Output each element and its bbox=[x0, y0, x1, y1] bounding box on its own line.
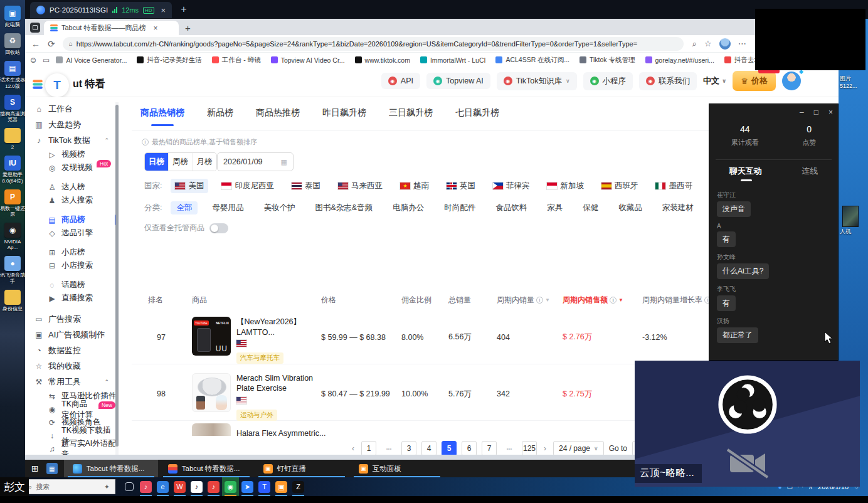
workspace-icon[interactable] bbox=[30, 23, 40, 33]
managed-goods-toggle[interactable] bbox=[209, 223, 228, 233]
zoom-icon[interactable]: ⌕ bbox=[692, 39, 697, 49]
new-tab-icon[interactable]: + bbox=[185, 23, 191, 33]
reading-list-icon[interactable]: ⊜ bbox=[30, 56, 36, 65]
tab-rank-2[interactable]: 商品热推榜 bbox=[256, 107, 300, 126]
bookmark-star-icon[interactable]: ☆ bbox=[704, 39, 712, 48]
country-chip-us[interactable]: 美国 bbox=[171, 179, 208, 193]
desktop-icon[interactable]: iU爱思助手 8.0(64位) bbox=[0, 156, 25, 183]
taskbar-app-media-app[interactable]: ♪ bbox=[137, 477, 154, 496]
tab-rank-1[interactable]: 新品榜 bbox=[207, 107, 233, 126]
sidebar-item-data-monitor[interactable]: ◔数据监控 bbox=[25, 342, 117, 358]
country-chip-es[interactable]: 西班牙 bbox=[597, 179, 643, 193]
bookmark-item[interactable]: ImmortalWrt - LuCI bbox=[420, 56, 485, 64]
bookmarks-folder-icon[interactable]: ▭ bbox=[43, 56, 50, 65]
page-button-5[interactable]: 5 bbox=[442, 441, 457, 456]
taskbar-app-capcut[interactable]: Z bbox=[290, 477, 307, 496]
close-icon[interactable]: × bbox=[828, 108, 833, 117]
sidebar-item-common-tools[interactable]: ⚒常用工具⌃ bbox=[25, 374, 117, 389]
desktop-icon[interactable]: 2 bbox=[0, 128, 25, 150]
chat-tab-0[interactable]: 聊天互动 bbox=[729, 166, 762, 177]
page-button-125[interactable]: 125 bbox=[522, 441, 537, 456]
sidebar-item-shop-search[interactable]: ⊟小店搜索 bbox=[25, 259, 117, 272]
sidebar-item-ad-search[interactable]: ▭广告搜索 bbox=[25, 311, 117, 327]
sidebar-item-goods-rank[interactable]: ▤商品榜 bbox=[25, 213, 117, 226]
desktop-icon[interactable]: P易数一键还原 bbox=[0, 189, 25, 217]
taskbar-task-ding[interactable]: ▣钉钉直播 bbox=[255, 460, 349, 477]
sidebar-item-creator-search[interactable]: ♟达人搜索 bbox=[25, 194, 117, 207]
bookmark-item[interactable]: Tiktok 专线管理 bbox=[580, 56, 635, 65]
info-icon[interactable]: i bbox=[536, 297, 543, 304]
bookmark-item[interactable]: AI Voice Generator... bbox=[56, 56, 127, 64]
sidebar-item-product-engine[interactable]: ◇选品引擎 bbox=[25, 226, 117, 240]
close-tab-icon[interactable]: × bbox=[153, 24, 157, 33]
minimize-icon[interactable]: – bbox=[800, 108, 804, 117]
sidebar-item-video-rank[interactable]: ▷视频榜 bbox=[25, 148, 117, 161]
user-avatar[interactable] bbox=[782, 71, 801, 90]
bookmark-item[interactable]: ACL4SSR 在线订阅... bbox=[495, 56, 569, 65]
sort-caret-icon[interactable]: ▼ bbox=[545, 297, 550, 303]
sidebar-item-tk-pricing[interactable]: ◉TK商品定价计算New bbox=[25, 403, 117, 416]
page-size-select[interactable]: 24 / page∨ bbox=[553, 441, 604, 456]
nav-button--[interactable]: ◉联系我们 bbox=[639, 72, 697, 90]
sidebar-item-my-favorites[interactable]: ☆我的收藏 bbox=[25, 358, 117, 374]
desktop-icon-label[interactable]: 人机 bbox=[839, 228, 868, 236]
country-chip-id[interactable]: 印度尼西亚 bbox=[217, 179, 278, 193]
product-image[interactable] bbox=[192, 373, 231, 412]
maximize-icon[interactable]: □ bbox=[814, 108, 818, 117]
pricing-button[interactable]: ♛价格 bbox=[733, 71, 776, 91]
taskbar-task-panel[interactable]: ▣互动面板 bbox=[350, 460, 444, 477]
desktop-icon-label[interactable]: 图片5122... bbox=[839, 75, 868, 90]
sidebar-item-shop-rank[interactable]: ⊞小店榜 bbox=[25, 246, 117, 259]
category-item-0[interactable]: 全部 bbox=[171, 201, 198, 214]
close-session-icon[interactable]: × bbox=[161, 6, 166, 15]
prev-page-icon[interactable]: ‹ bbox=[350, 444, 356, 453]
task-view-icon[interactable] bbox=[120, 477, 137, 496]
page-button-6[interactable]: 6 bbox=[462, 441, 477, 456]
menu-icon[interactable]: ⋯ bbox=[738, 39, 746, 48]
sidebar-scrollbar[interactable] bbox=[115, 102, 119, 457]
bookmark-item[interactable]: www.tiktok.com bbox=[355, 56, 410, 64]
next-page-icon[interactable]: › bbox=[542, 444, 548, 453]
nav-button-api[interactable]: ◉API bbox=[381, 73, 420, 89]
product-title[interactable]: Merach Slim Vibration Plate Exercise Mac… bbox=[236, 373, 319, 394]
tab-rank-5[interactable]: 七日飙升榜 bbox=[455, 107, 499, 126]
language-switch[interactable]: 中文∨ bbox=[703, 75, 726, 87]
taskbar-task-tabcut[interactable]: Tabcut 特看数据... bbox=[159, 460, 253, 477]
info-icon[interactable]: i bbox=[610, 297, 617, 304]
sidebar-item-creator-rank[interactable]: ♙达人榜 bbox=[25, 181, 117, 194]
bookmark-item[interactable]: 工作台 - 蝉镜 bbox=[212, 56, 261, 65]
taskbar-app-dingtalk-live[interactable]: ▣ bbox=[273, 477, 290, 496]
country-chip-vn[interactable]: ★越南 bbox=[396, 179, 433, 193]
tab-rank-3[interactable]: 昨日飙升榜 bbox=[322, 107, 366, 126]
category-item-3[interactable]: 图书&杂志&音频 bbox=[309, 201, 378, 214]
bookmark-item[interactable]: Topview AI Video Cr... bbox=[271, 56, 345, 64]
chat-tab-1[interactable]: 连线 bbox=[802, 166, 818, 177]
category-item-2[interactable]: 美妆个护 bbox=[258, 201, 300, 214]
sidebar-item-tiktok-data[interactable]: ♪TikTok 数据⌃ bbox=[25, 132, 117, 148]
category-item-4[interactable]: 电脑办公 bbox=[387, 201, 430, 214]
address-bar[interactable]: ⌂ https://www.tabcut.com/zh-CN/ranking/g… bbox=[63, 37, 684, 51]
product-title[interactable]: 【NewYear2026】LAMTTO... bbox=[236, 317, 319, 337]
category-item-7[interactable]: 家具 bbox=[541, 201, 568, 214]
category-item-1[interactable]: 母婴用品 bbox=[206, 201, 249, 214]
new-session-icon[interactable]: + bbox=[181, 4, 186, 15]
sort-caret-icon[interactable]: ▼ bbox=[618, 297, 623, 303]
page-button-4[interactable]: 4 bbox=[421, 441, 437, 456]
sidebar-item-topic-rank[interactable]: ◌话题榜 bbox=[25, 278, 117, 292]
taskbar-app-tabcut[interactable]: T bbox=[256, 477, 273, 496]
product-image[interactable]: YouTubeNETFLIXUU bbox=[192, 317, 231, 356]
pinned-app-icon[interactable]: ▦ bbox=[46, 463, 58, 474]
bookmark-item[interactable]: gorelay.net/#/useri... bbox=[645, 56, 714, 64]
period-tab-2[interactable]: 月榜 bbox=[193, 153, 216, 171]
page-button-7[interactable]: 7 bbox=[482, 441, 497, 456]
nav-button-topview-ai[interactable]: ◉Topview AI bbox=[426, 73, 490, 89]
country-chip-th[interactable]: 泰国 bbox=[287, 179, 325, 193]
taskbar-app-wechat[interactable]: ◉ bbox=[222, 477, 239, 496]
browser-tab[interactable]: Tabcut 特看数据——商品榜 × bbox=[44, 21, 179, 35]
sidebar-item-workbench[interactable]: ⌂工作台 bbox=[25, 101, 117, 117]
category-item-6[interactable]: 食品饮料 bbox=[490, 201, 532, 214]
taskbar-app-edge-browser[interactable]: e bbox=[154, 477, 171, 496]
remote-session-tab[interactable]: PC-20250113ISGI 12ms HD × bbox=[30, 2, 172, 18]
tab-hot-sale[interactable]: 商品热销榜 bbox=[140, 107, 184, 126]
scrollbar-thumb[interactable] bbox=[115, 105, 119, 447]
